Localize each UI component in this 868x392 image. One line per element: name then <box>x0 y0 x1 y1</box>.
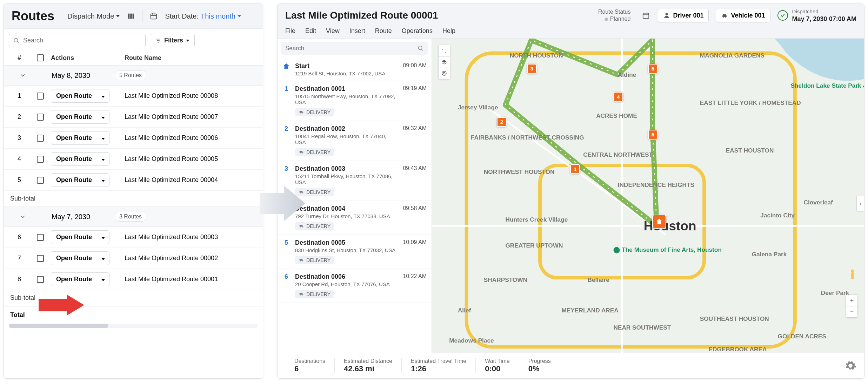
stop-row[interactable]: 1 Destination 0001 10515 Northwest Fwy, … <box>278 81 432 121</box>
zoom-out-button[interactable]: − <box>846 306 857 317</box>
menu-file[interactable]: File <box>285 27 295 35</box>
stops-search-input[interactable] <box>285 45 418 52</box>
stop-row[interactable]: 2 Destination 0002 10041 Regal Row, Hous… <box>278 121 432 161</box>
driver-label: Driver 001 <box>673 12 703 19</box>
table-row[interactable]: 4 Open Route Last Mile Optimized Route 0… <box>4 149 263 170</box>
map[interactable]: WILLOWBROOK GREATER GREENSPOINT NORTH HO… <box>432 39 864 353</box>
group-row[interactable]: May 8, 2030 5 Routes <box>4 66 263 86</box>
stop-address: 10041 Regal Row, Houston, TX 77040, USA <box>295 133 398 145</box>
row-checkbox[interactable] <box>37 177 44 184</box>
menu-insert[interactable]: Insert <box>349 27 365 35</box>
table-row[interactable]: 8 Open Route Last Mile Optimized Route 0… <box>4 269 263 290</box>
svg-text:Aldine: Aldine <box>618 71 636 78</box>
stop-name: Destination 0004 <box>295 205 398 212</box>
gear-icon[interactable] <box>844 360 856 372</box>
map-marker-3[interactable]: 3 <box>527 64 537 74</box>
open-route-dropdown[interactable] <box>97 174 109 187</box>
open-route-dropdown[interactable] <box>97 273 109 286</box>
status-label: Route Status <box>598 8 631 16</box>
fullscreen-button[interactable] <box>439 45 450 56</box>
map-marker-6[interactable]: 6 <box>648 130 658 140</box>
svg-point-17 <box>723 17 724 18</box>
collapse-map-tab[interactable] <box>856 196 864 212</box>
stops-search[interactable] <box>281 42 428 55</box>
open-route-button[interactable]: Open Route <box>51 89 109 103</box>
layers-button[interactable] <box>439 56 450 68</box>
table-row[interactable]: 7 Open Route Last Mile Optimized Route 0… <box>4 248 263 269</box>
open-route-button[interactable]: Open Route <box>51 173 109 187</box>
menu-help[interactable]: Help <box>442 27 455 35</box>
calendar-icon[interactable] <box>149 11 159 21</box>
map-home-marker[interactable] <box>652 215 666 229</box>
menu-route[interactable]: Route <box>375 27 392 35</box>
open-route-dropdown[interactable] <box>97 89 109 102</box>
open-route-dropdown[interactable] <box>97 131 109 144</box>
vehicle-button[interactable]: Vehicle 001 <box>716 9 770 22</box>
dispatched-value: May 7, 2030 07:00 AM <box>792 15 856 23</box>
open-route-button[interactable]: Open Route <box>51 251 109 265</box>
start-date-label: Start Date: <box>165 12 199 20</box>
schedule-icon[interactable] <box>641 11 651 20</box>
table-row[interactable]: 6 Open Route Last Mile Optimized Route 0… <box>4 227 263 248</box>
menu-edit[interactable]: Edit <box>305 27 316 35</box>
open-route-button[interactable]: Open Route <box>51 110 109 124</box>
map-marker-2[interactable]: 2 <box>497 117 507 127</box>
open-route-button[interactable]: Open Route <box>51 131 109 145</box>
driver-button[interactable]: Driver 001 <box>658 9 709 22</box>
open-route-button[interactable]: Open Route <box>51 152 109 166</box>
caret-down-icon <box>101 258 105 260</box>
target-button[interactable] <box>439 68 450 79</box>
group-row[interactable]: May 7, 2030 3 Routes <box>4 207 263 227</box>
row-number: 2 <box>9 113 30 121</box>
open-route-button[interactable]: Open Route <box>51 230 109 244</box>
svg-point-18 <box>726 17 727 18</box>
start-date-picker[interactable]: Start Date: This month <box>165 12 241 20</box>
svg-point-78 <box>851 270 854 273</box>
table-row[interactable]: 5 Open Route Last Mile Optimized Route 0… <box>4 170 263 191</box>
svg-text:GREATER UPTOWN: GREATER UPTOWN <box>505 242 563 249</box>
row-checkbox[interactable] <box>37 276 44 283</box>
stop-row[interactable]: 6 Destination 0006 20 Cooper Rd, Houston… <box>278 269 432 303</box>
row-checkbox[interactable] <box>37 93 44 100</box>
routes-search[interactable] <box>9 34 146 47</box>
open-route-dropdown[interactable] <box>97 110 109 123</box>
stop-time: 09:32 AM <box>403 125 427 156</box>
open-route-dropdown[interactable] <box>97 231 109 244</box>
row-checkbox[interactable] <box>37 135 44 142</box>
truck-icon <box>299 110 304 115</box>
row-checkbox[interactable] <box>37 114 44 121</box>
map-marker-4[interactable]: 4 <box>613 92 623 102</box>
menu-operations[interactable]: Operations <box>402 27 433 35</box>
col-actions: Actions <box>51 54 125 62</box>
stop-row[interactable]: 5 Destination 0005 830 Hodgkins St, Hous… <box>278 235 432 269</box>
svg-rect-1 <box>131 14 132 19</box>
menu-view[interactable]: View <box>326 27 340 35</box>
pegman-control[interactable] <box>847 269 858 283</box>
open-route-button[interactable]: Open Route <box>51 272 109 286</box>
horizontal-scrollbar[interactable] <box>9 324 258 328</box>
filters-button[interactable]: Filters <box>150 34 195 47</box>
table-row[interactable]: 1 Open Route Last Mile Optimized Route 0… <box>4 86 263 107</box>
row-checkbox[interactable] <box>37 234 44 241</box>
open-route-dropdown[interactable] <box>97 153 109 165</box>
map-marker-5[interactable]: 5 <box>648 64 658 74</box>
dispatched-label: Dispatched <box>792 8 856 15</box>
open-route-dropdown[interactable] <box>97 252 109 265</box>
stop-name: Destination 0003 <box>295 165 398 173</box>
zoom-in-button[interactable]: + <box>846 295 857 306</box>
table-row[interactable]: 3 Open Route Last Mile Optimized Route 0… <box>4 128 263 149</box>
row-checkbox[interactable] <box>37 255 44 262</box>
delivery-badge: DELIVERY <box>295 256 334 264</box>
routes-search-input[interactable] <box>23 37 141 44</box>
stop-time: 10:09 AM <box>403 239 427 264</box>
select-all-checkbox[interactable] <box>37 54 44 61</box>
start-date-value: This month <box>201 12 235 20</box>
row-checkbox[interactable] <box>37 156 44 163</box>
columns-icon[interactable] <box>126 11 136 21</box>
map-marker-1[interactable]: 1 <box>570 164 580 174</box>
delivery-badge: DELIVERY <box>295 222 334 230</box>
stop-start[interactable]: Start 1219 Bell St, Houston, TX 77002, U… <box>278 58 432 81</box>
dispatch-mode-dropdown[interactable]: Dispatch Mode <box>67 12 120 20</box>
routes-table: # Actions Route Name May 8, 2030 5 Route… <box>4 51 263 378</box>
table-row[interactable]: 2 Open Route Last Mile Optimized Route 0… <box>4 107 263 128</box>
